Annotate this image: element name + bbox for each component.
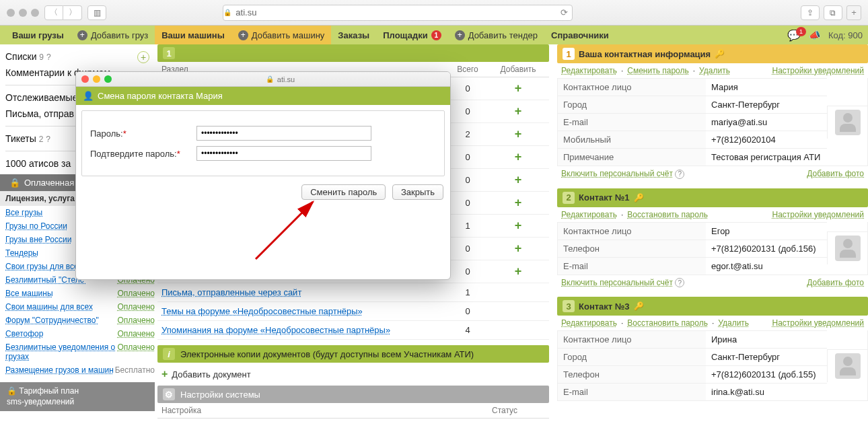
section-link[interactable]: Упоминания на форуме «Недобросовестные п… xyxy=(161,325,390,335)
browser-chrome: 〈 〉 ▥ 🔒 ati.su ⟳ ⇪ ⧉ + xyxy=(0,0,868,26)
paid-service-link[interactable]: Грузы вне России xyxy=(5,235,71,244)
help-icon[interactable]: ? xyxy=(675,170,684,179)
delete-link[interactable]: Удалить xyxy=(718,318,749,328)
add-document-button[interactable]: + Добавить документ xyxy=(157,363,549,386)
dialog-minimize[interactable] xyxy=(93,75,100,83)
paid-service-link[interactable]: Свои грузы для всех xyxy=(5,262,82,271)
nav-add-tender[interactable]: +Добавить тендер xyxy=(448,26,544,44)
settings-table-header: Настройка Статус xyxy=(157,403,549,419)
nav-your-trucks[interactable]: Ваши машины xyxy=(155,26,231,44)
sidebar-lists[interactable]: Списки 9 ? + xyxy=(5,48,155,65)
restore-password-link[interactable]: Восстановить пароль xyxy=(627,210,708,219)
new-tab-button[interactable]: + xyxy=(846,5,861,20)
edit-link[interactable]: Редактировать xyxy=(561,66,617,75)
code-label: Код: 900 xyxy=(828,30,863,40)
paid-service-link[interactable]: Безлимитные уведомления о грузах xyxy=(5,342,118,361)
paid-status[interactable]: Оплачено xyxy=(118,302,155,312)
add-button[interactable]: + xyxy=(491,104,545,118)
avatar xyxy=(835,236,861,261)
restore-password-link[interactable]: Восстановить пароль xyxy=(627,318,708,328)
edit-link[interactable]: Редактировать xyxy=(561,210,617,219)
paid-service-link[interactable]: Свои машины для всех xyxy=(5,302,93,312)
paid-service-link[interactable]: Безлимитный "Стелс" xyxy=(5,275,87,285)
sidebar-button[interactable]: ▥ xyxy=(87,5,106,20)
right-column: 1Ваша контактная информация🔑 Редактирова… xyxy=(552,44,868,401)
contact-card-header-3: 3Контакт №3🔑 xyxy=(557,297,868,316)
notifications-link[interactable]: Настройки уведомлений xyxy=(772,66,864,75)
paid-status[interactable]: Оплачено xyxy=(118,342,155,361)
paid-status[interactable]: Оплачено xyxy=(118,289,155,298)
enable-personal-account[interactable]: Включить персональный счёт xyxy=(561,278,673,287)
forward-button[interactable]: 〉 xyxy=(63,5,82,20)
add-button[interactable]: + xyxy=(491,219,545,233)
lock-icon: 🔒 xyxy=(223,9,231,16)
close-button[interactable]: Закрыть xyxy=(392,184,443,200)
url-bar[interactable]: 🔒 ati.su ⟳ xyxy=(223,5,573,21)
back-button[interactable]: 〈 xyxy=(44,5,63,20)
plus-icon: + xyxy=(455,30,465,40)
dialog-close[interactable] xyxy=(81,75,89,83)
avatar xyxy=(835,353,861,379)
change-password-button[interactable]: Сменить пароль xyxy=(301,184,386,200)
help-icon[interactable]: ? xyxy=(675,278,684,287)
paid-service-link[interactable]: Светофор xyxy=(5,329,43,338)
paid-service-link[interactable]: Тендеры xyxy=(5,248,38,258)
add-button[interactable]: + xyxy=(491,242,545,256)
change-password-link[interactable]: Сменить пароль xyxy=(627,66,689,75)
nav-refs[interactable]: Справочники xyxy=(544,26,616,44)
badge: 1 xyxy=(431,30,441,40)
help-icon[interactable]: ? xyxy=(46,52,51,62)
paid-service-link[interactable]: Размещение грузов и машин xyxy=(5,365,114,375)
megaphone-icon[interactable]: 📣 xyxy=(809,30,820,40)
reload-icon[interactable]: ⟳ xyxy=(560,7,568,17)
minimize-window[interactable] xyxy=(19,9,27,17)
enable-personal-account[interactable]: Включить персональный счёт xyxy=(561,169,673,178)
add-button[interactable]: + xyxy=(491,150,545,164)
paid-service-link[interactable]: Форум "Сотрудничество" xyxy=(5,316,99,325)
close-window[interactable] xyxy=(7,9,15,17)
traffic-lights xyxy=(7,9,39,17)
confirm-password-input[interactable] xyxy=(196,146,371,161)
nav-add-cargo[interactable]: +Добавить груз xyxy=(71,26,155,44)
paid-service-link[interactable]: Все машины xyxy=(5,289,53,298)
notifications-link[interactable]: Настройки уведомлений xyxy=(772,318,864,328)
nav-add-truck[interactable]: +Добавить машину xyxy=(231,26,332,44)
tabs-button[interactable]: ⧉ xyxy=(824,5,842,20)
chat-icon[interactable]: 💬1 xyxy=(787,29,801,42)
tariff-plan[interactable]: 🔒 Тарифный планsms-уведомлений xyxy=(0,382,155,411)
add-button[interactable]: + xyxy=(491,264,545,279)
paid-status[interactable]: Оплачено xyxy=(118,316,155,325)
nav-sites[interactable]: Площадки1 xyxy=(376,26,447,44)
contact-card-header-2: 2Контакт №1🔑 xyxy=(557,188,868,207)
key-icon: 🔑 xyxy=(634,193,644,203)
lock-icon: 🔒 xyxy=(7,386,17,396)
add-photo-link[interactable]: Добавить фото xyxy=(807,278,864,288)
gear-icon: ⚙ xyxy=(163,388,175,400)
lock-icon: 🔒 xyxy=(9,178,20,188)
edit-link[interactable]: Редактировать xyxy=(561,318,617,328)
section-link[interactable]: Темы на форуме «Недобросовестные партнёр… xyxy=(161,306,363,316)
paid-status: Бесплатно xyxy=(115,365,155,375)
add-button[interactable]: + xyxy=(491,173,545,187)
add-button[interactable]: + xyxy=(491,127,545,141)
add-button[interactable]: + xyxy=(491,196,545,210)
share-button[interactable]: ⇪ xyxy=(801,5,820,20)
main-nav: Ваши грузы +Добавить груз Ваши машины +Д… xyxy=(0,26,868,44)
add-button[interactable]: + xyxy=(491,81,545,96)
add-list-button[interactable]: + xyxy=(137,51,149,63)
dialog-zoom[interactable] xyxy=(104,75,112,83)
help-icon[interactable]: ? xyxy=(46,135,50,144)
table-row: Темы на форуме «Недобросовестные партнёр… xyxy=(157,302,549,321)
delete-link[interactable]: Удалить xyxy=(699,66,730,75)
paid-status[interactable]: Оплачено xyxy=(118,329,155,338)
nav-orders[interactable]: Заказы xyxy=(331,26,376,44)
nav-your-cargo[interactable]: Ваши грузы xyxy=(5,26,71,44)
notifications-link[interactable]: Настройки уведомлений xyxy=(772,210,864,219)
add-photo-link[interactable]: Добавить фото xyxy=(807,169,864,179)
section-link[interactable]: Письма, отправленные через сайт xyxy=(161,287,301,297)
password-input[interactable] xyxy=(196,126,371,141)
zoom-window[interactable] xyxy=(31,9,39,17)
paid-service-link[interactable]: Грузы по России xyxy=(5,221,67,231)
docs-section-header: i Электронные копии документов (будут до… xyxy=(157,345,549,363)
paid-service-link[interactable]: Все грузы xyxy=(5,208,42,217)
